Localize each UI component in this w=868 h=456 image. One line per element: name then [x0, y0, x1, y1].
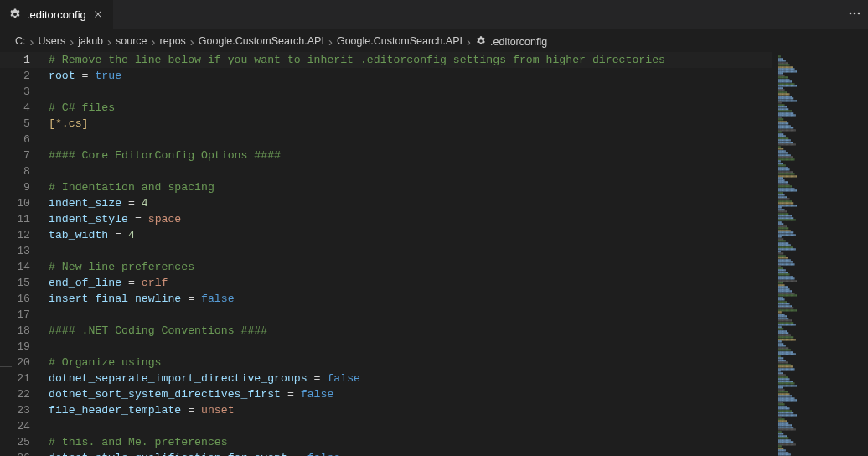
- line-number: 13: [0, 243, 49, 259]
- line-content: dotnet_separate_import_directive_groups …: [49, 370, 360, 386]
- line-content: #### Core EditorConfig Options ####: [49, 148, 281, 163]
- tab-editorconfig[interactable]: .editorconfig: [0, 0, 114, 29]
- line-number: 19: [0, 339, 49, 355]
- line-number: 9: [0, 179, 49, 195]
- line-content: indent_size = 4: [49, 195, 148, 211]
- svg-point-0: [850, 12, 852, 14]
- chevron-right-icon: ›: [30, 34, 34, 49]
- line-content: tab_width = 4: [49, 227, 135, 243]
- code-line[interactable]: 16insert_final_newline = false: [0, 291, 772, 307]
- line-content: # this. and Me. preferences: [49, 434, 228, 450]
- breadcrumb-item[interactable]: C:: [15, 35, 26, 47]
- line-content: end_of_line = crlf: [49, 275, 168, 291]
- line-number: 3: [0, 84, 49, 100]
- chevron-right-icon: ›: [152, 34, 156, 49]
- line-number: 2: [0, 68, 49, 84]
- code-line[interactable]: 15end_of_line = crlf: [0, 275, 772, 291]
- breadcrumb-item[interactable]: jakub: [78, 35, 103, 47]
- line-content: root = true: [49, 68, 121, 84]
- code-line[interactable]: 22dotnet_sort_system_directives_first = …: [0, 386, 772, 402]
- code-line[interactable]: 12tab_width = 4: [0, 227, 772, 243]
- code-line[interactable]: 9# Indentation and spacing: [0, 179, 772, 195]
- code-line[interactable]: 25# this. and Me. preferences: [0, 434, 772, 450]
- code-line[interactable]: 13: [0, 243, 772, 259]
- line-number: 24: [0, 418, 49, 434]
- line-content: file_header_template = unset: [49, 402, 235, 418]
- breadcrumbs[interactable]: C:›Users›jakub›source›repos›Google.Custo…: [0, 29, 868, 52]
- breadcrumb-item[interactable]: Google.CustomSearch.API: [199, 35, 324, 47]
- line-number: 17: [0, 307, 49, 323]
- line-content: dotnet_style_qualification_for_event = f…: [49, 450, 340, 456]
- line-number: 8: [0, 163, 49, 179]
- line-number: 10: [0, 195, 49, 211]
- code-line[interactable]: 7#### Core EditorConfig Options ####: [0, 148, 772, 163]
- line-number: 25: [0, 434, 49, 450]
- line-number: 22: [0, 386, 49, 402]
- chevron-right-icon: ›: [70, 34, 74, 49]
- tab-title: .editorconfig: [27, 8, 86, 21]
- line-number: 6: [0, 132, 49, 148]
- svg-point-1: [854, 12, 856, 14]
- code-line[interactable]: 11indent_style = space: [0, 211, 772, 227]
- line-content: [*.cs]: [49, 116, 89, 132]
- line-number: 16: [0, 291, 49, 307]
- line-content: # C# files: [49, 100, 115, 116]
- tab-actions: [841, 7, 868, 23]
- line-number: 23: [0, 402, 49, 418]
- gear-icon: [475, 35, 487, 47]
- gear-icon: [8, 8, 22, 21]
- line-content: dotnet_sort_system_directives_first = fa…: [49, 386, 333, 402]
- line-content: # Indentation and spacing: [49, 179, 214, 195]
- more-actions-icon[interactable]: [848, 7, 861, 23]
- line-content: insert_final_newline = false: [49, 291, 235, 307]
- code-line[interactable]: 2root = true: [0, 68, 772, 84]
- breadcrumb-item[interactable]: Users: [39, 35, 66, 47]
- line-content: # Remove the line below if you want to i…: [49, 52, 665, 68]
- breadcrumb-item[interactable]: repos: [160, 35, 186, 47]
- line-number: 5: [0, 116, 49, 132]
- code-line[interactable]: 19: [0, 339, 772, 355]
- code-line[interactable]: 6: [0, 132, 772, 148]
- line-number: 14: [0, 259, 49, 275]
- line-number: 18: [0, 323, 49, 339]
- code-line[interactable]: 4# C# files: [0, 100, 772, 116]
- line-content: indent_style = space: [49, 211, 181, 227]
- tab-bar: .editorconfig: [0, 0, 868, 29]
- chevron-right-icon: ›: [467, 34, 471, 49]
- line-number: 4: [0, 100, 49, 116]
- code-line[interactable]: 17: [0, 307, 772, 323]
- close-icon[interactable]: [91, 8, 105, 21]
- code-line[interactable]: 5[*.cs]: [0, 116, 772, 132]
- code-line[interactable]: 26dotnet_style_qualification_for_event =…: [0, 450, 772, 456]
- breadcrumb-item[interactable]: source: [116, 35, 147, 47]
- line-number: 7: [0, 148, 49, 163]
- line-number: 1: [0, 52, 49, 68]
- line-number: 21: [0, 370, 49, 386]
- code-editor[interactable]: 1# Remove the line below if you want to …: [0, 52, 772, 456]
- line-number: 26: [0, 450, 49, 456]
- line-content: # New line preferences: [49, 259, 194, 275]
- line-number: 15: [0, 275, 49, 291]
- code-line[interactable]: 10indent_size = 4: [0, 195, 772, 211]
- code-line[interactable]: 8: [0, 163, 772, 179]
- breadcrumb-item[interactable]: .editorconfig: [475, 34, 547, 48]
- breadcrumb-item[interactable]: Google.CustomSearch.API: [337, 35, 462, 47]
- code-line[interactable]: 21dotnet_separate_import_directive_group…: [0, 370, 772, 386]
- code-line[interactable]: 3: [0, 84, 772, 100]
- line-content: # Organize usings: [49, 355, 162, 370]
- line-number: 11: [0, 211, 49, 227]
- code-line[interactable]: 14# New line preferences: [0, 259, 772, 275]
- line-content: #### .NET Coding Conventions ####: [49, 323, 267, 339]
- code-line[interactable]: 23file_header_template = unset: [0, 402, 772, 418]
- code-line[interactable]: 20# Organize usings: [0, 355, 772, 370]
- chevron-right-icon: ›: [328, 34, 333, 49]
- sidebar-divider: [0, 366, 12, 367]
- line-number: 20: [0, 355, 49, 370]
- chevron-right-icon: ›: [190, 34, 194, 49]
- code-line[interactable]: 18#### .NET Coding Conventions ####: [0, 323, 772, 339]
- code-line[interactable]: 24: [0, 418, 772, 434]
- chevron-right-icon: ›: [107, 34, 111, 49]
- code-line[interactable]: 1# Remove the line below if you want to …: [0, 52, 772, 68]
- svg-point-2: [858, 12, 860, 14]
- minimap[interactable]: ████████████████████████████████████████…: [772, 52, 868, 456]
